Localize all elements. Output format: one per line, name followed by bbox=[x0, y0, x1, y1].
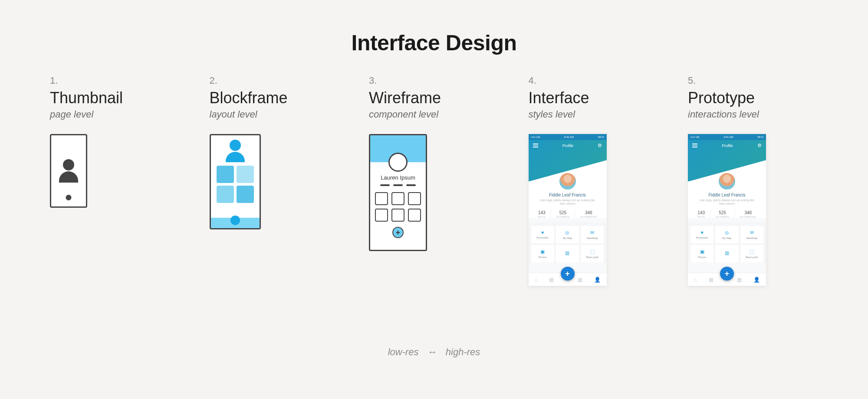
person-icon bbox=[59, 159, 78, 183]
tile: ✉Seedlings bbox=[740, 226, 763, 243]
status-center: 9:41 AM bbox=[564, 136, 574, 138]
step-sublabel: component level bbox=[369, 109, 499, 120]
tile-label: Favourites bbox=[536, 236, 549, 239]
apps-icon: ▦ bbox=[578, 277, 582, 283]
step-label: Wireframe bbox=[369, 89, 499, 107]
stat: 348FLOWERING bbox=[575, 210, 602, 218]
tile: ▥ bbox=[715, 245, 738, 262]
step-prototype: 5. Prototype interactions level ••••• US… bbox=[688, 75, 818, 286]
tile: ♥Favourites bbox=[531, 226, 554, 243]
hifi-header: Profile ⚙ bbox=[529, 140, 607, 181]
heart-icon: ♥ bbox=[700, 230, 704, 235]
step-wireframe: 3. Wireframe component level Lauren Ipsu… bbox=[369, 75, 499, 286]
step-number: 2. bbox=[210, 75, 340, 86]
tile-label: Bean polls bbox=[746, 256, 758, 258]
header-title: Profile bbox=[562, 144, 574, 148]
stat: 143POTS bbox=[692, 210, 710, 218]
calendar-icon: ▦ bbox=[709, 277, 713, 283]
stat-l: FLOWERS bbox=[556, 216, 570, 218]
person-icon bbox=[226, 140, 245, 162]
status-left: ••••• US bbox=[690, 136, 700, 138]
hifi-header: Profile ⚙ bbox=[688, 140, 766, 181]
stats-row: 143POTS 525FLOWERS 348FLOWERING bbox=[688, 210, 766, 218]
prototype-illustration: ••••• US 9:41 AM 58 % Profile ⚙ Fiddle L… bbox=[688, 134, 818, 286]
step-blockframe: 2. Blockframe layout level bbox=[210, 75, 340, 286]
thumbnail-phone-frame bbox=[50, 134, 87, 208]
step-number: 4. bbox=[529, 75, 659, 86]
tile-label: Seedlings bbox=[587, 237, 598, 239]
high-res-label: high-res bbox=[446, 347, 480, 357]
stat-n: 348 bbox=[740, 210, 756, 215]
tile-label: My Map bbox=[722, 237, 731, 239]
stat-l: FLOWERING bbox=[740, 216, 756, 218]
stat: 525FLOWERS bbox=[551, 210, 575, 218]
status-bar: ••••• US 9:41 AM 58 % bbox=[529, 134, 607, 140]
tile: ⬚Bean polls bbox=[581, 245, 604, 262]
stat-l: POTS bbox=[697, 216, 705, 218]
tile: ✉Seedlings bbox=[581, 226, 604, 243]
step-label: Thumbnail bbox=[50, 89, 180, 107]
tile: ▣Photos bbox=[690, 245, 713, 262]
step-interface: 4. Interface styles level ••••• US 9:41 … bbox=[529, 75, 659, 286]
bottom-bar bbox=[211, 218, 260, 228]
heart-icon: ♥ bbox=[541, 230, 544, 235]
wireframe-illustration: Lauren Ipsum + bbox=[369, 134, 499, 251]
grid-icon: ⬚ bbox=[590, 249, 595, 255]
stat-n: 525 bbox=[556, 210, 570, 215]
apps-icon: ▦ bbox=[737, 277, 742, 283]
wire-text-lines bbox=[380, 184, 416, 186]
username: Fiddle Leaf Francis bbox=[688, 193, 766, 197]
gear-icon: ⚙ bbox=[757, 143, 762, 148]
mail-icon: ✉ bbox=[590, 230, 594, 235]
stat-l: POTS bbox=[538, 216, 546, 218]
step-label: Blockframe bbox=[210, 89, 340, 107]
tile: ⬚Bean polls bbox=[740, 245, 763, 262]
tile: ◎My Map bbox=[556, 226, 579, 243]
step-number: 5. bbox=[688, 75, 818, 86]
status-right: 58 % bbox=[757, 136, 763, 138]
interface-illustration: ••••• US 9:41 AM 58 % Profile ⚙ Fiddle L… bbox=[529, 134, 659, 286]
status-right: 58 % bbox=[598, 136, 604, 138]
page-title: Interface Design bbox=[0, 0, 868, 56]
wire-header bbox=[370, 135, 426, 162]
tile: ◎My Map bbox=[715, 226, 738, 243]
blockframe-illustration bbox=[210, 134, 340, 229]
map-pin-icon: ◎ bbox=[565, 230, 569, 235]
wire-username: Lauren Ipsum bbox=[381, 174, 415, 181]
step-thumbnail: 1. Thumbnail page level bbox=[50, 75, 180, 286]
tile-grid: ▣Photos ▥ ⬚Bean polls bbox=[688, 243, 766, 262]
gear-icon: ⚙ bbox=[598, 143, 602, 148]
step-label: Prototype bbox=[688, 89, 818, 107]
stat: 525FLOWERS bbox=[710, 210, 735, 218]
plus-circle-icon: + bbox=[392, 227, 404, 238]
double-arrow-icon: ↔ bbox=[427, 347, 437, 357]
step-label: Interface bbox=[529, 89, 659, 107]
stat: 143POTS bbox=[533, 210, 551, 218]
tile-label: My Map bbox=[563, 237, 572, 239]
resolution-spectrum: low-res ↔ high-res bbox=[0, 347, 868, 358]
status-left: ••••• US bbox=[531, 136, 540, 138]
hifi-phone-frame: ••••• US 9:41 AM 58 % Profile ⚙ Fiddle L… bbox=[688, 134, 766, 286]
username: Fiddle Leaf Francis bbox=[529, 193, 607, 197]
hamburger-icon bbox=[533, 143, 538, 148]
fab-plus-icon: + bbox=[561, 267, 575, 281]
tagline: Like dogs, plants always end up looking … bbox=[529, 199, 607, 206]
stat-l: FLOWERING bbox=[580, 216, 597, 218]
low-res-label: low-res bbox=[388, 347, 419, 357]
photo-icon: ▣ bbox=[540, 249, 545, 255]
stat-n: 348 bbox=[580, 210, 597, 215]
tile-label: Favourites bbox=[696, 236, 708, 239]
step-sublabel: styles level bbox=[529, 109, 659, 120]
step-sublabel: interactions level bbox=[688, 109, 818, 120]
thumbnail-illustration bbox=[50, 134, 180, 208]
tile-label: Seedlings bbox=[746, 237, 757, 239]
grid-icon: ⬚ bbox=[750, 249, 754, 255]
hifi-phone-frame: ••••• US 9:41 AM 58 % Profile ⚙ Fiddle L… bbox=[529, 134, 607, 286]
block-grid bbox=[217, 166, 254, 203]
wire-grid bbox=[375, 192, 421, 222]
home-icon: ⌂ bbox=[694, 277, 697, 283]
stat-n: 525 bbox=[716, 210, 729, 215]
tile-grid: ♥Favourites ◎My Map ✉Seedlings bbox=[688, 222, 766, 243]
home-icon: ⌂ bbox=[534, 277, 537, 283]
tile-label: Bean polls bbox=[586, 256, 598, 258]
